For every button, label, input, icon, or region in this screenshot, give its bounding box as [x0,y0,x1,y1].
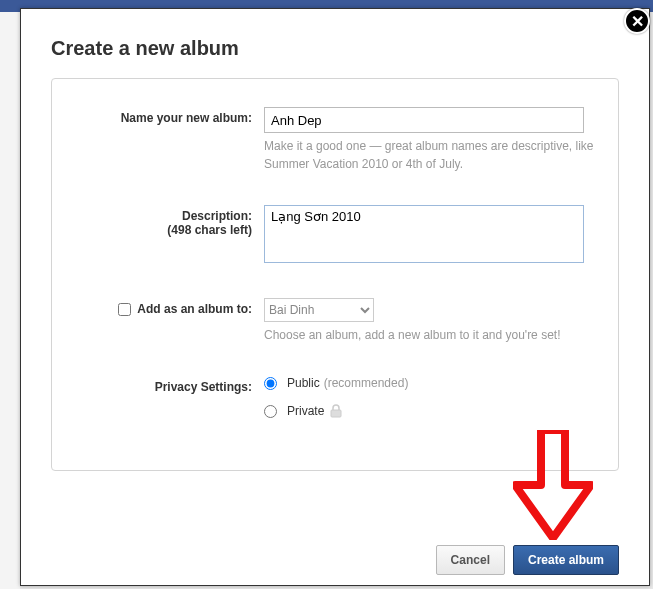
cancel-button[interactable]: Cancel [436,545,505,575]
description-chars-left: (498 chars left) [74,223,252,237]
privacy-public-radio[interactable] [264,377,277,390]
form-panel: Name your new album: Make it a good one … [51,78,619,471]
name-row: Name your new album: Make it a good one … [74,107,596,173]
privacy-public-recommended: (recommended) [324,376,409,390]
privacy-private-radio[interactable] [264,405,277,418]
create-album-modal: ✕ Create a new album Name your new album… [20,8,650,586]
parent-album-select[interactable]: Bai Dinh [264,298,374,322]
modal-title: Create a new album [21,9,649,78]
name-label: Name your new album: [74,107,264,125]
description-label: Description: [182,209,252,223]
privacy-label: Privacy Settings: [74,376,264,394]
add-to-album-checkbox[interactable] [118,303,131,316]
lock-icon [330,404,342,418]
name-hint: Make it a good one — great album names a… [264,137,596,173]
background-leftpane [0,12,20,589]
album-name-input[interactable] [264,107,584,133]
privacy-public-label: Public [287,376,320,390]
privacy-private-label: Private [287,404,324,418]
create-album-button[interactable]: Create album [513,545,619,575]
svg-rect-0 [331,410,341,417]
add-to-album-label: Add as an album to: [137,302,252,316]
description-row: Description: (498 chars left) [74,205,596,266]
parent-album-row: Add as an album to: Bai Dinh Choose an a… [74,298,596,344]
description-textarea[interactable] [264,205,584,263]
close-button[interactable]: ✕ [624,8,650,34]
close-icon: ✕ [631,12,644,31]
privacy-row: Privacy Settings: Public (recommended) P… [74,376,596,432]
parent-album-hint: Choose an album, add a new album to it a… [264,326,596,344]
modal-footer: Cancel Create album [436,545,619,575]
